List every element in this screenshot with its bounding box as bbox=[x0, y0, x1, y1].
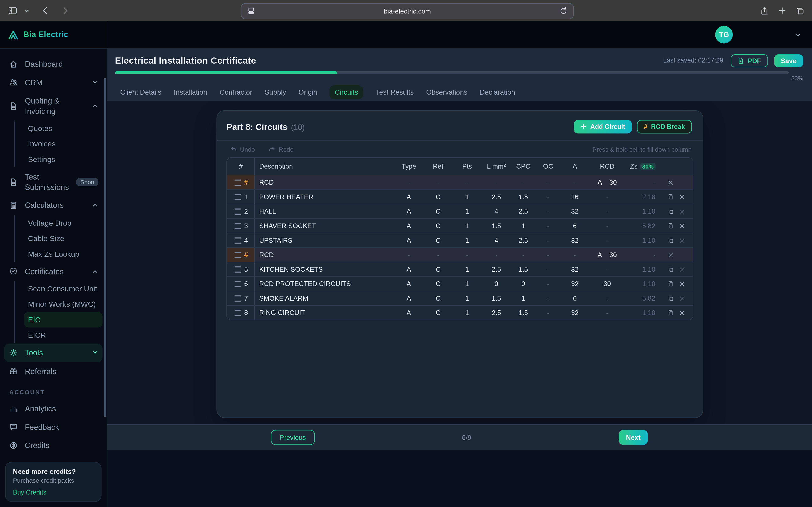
drag-handle-icon[interactable] bbox=[234, 251, 241, 258]
ref-cell[interactable]: C bbox=[424, 265, 452, 273]
delete-row-icon[interactable] bbox=[678, 266, 685, 272]
drag-handle-icon[interactable] bbox=[234, 223, 241, 229]
cpc-cell[interactable]: - bbox=[511, 179, 536, 185]
pts-cell[interactable]: 1 bbox=[452, 208, 482, 215]
forward-icon[interactable] bbox=[60, 6, 70, 16]
description-cell[interactable]: RCD PROTECTED CIRCUITS bbox=[255, 280, 394, 288]
save-button[interactable]: Save bbox=[774, 54, 803, 67]
share-icon[interactable] bbox=[760, 6, 769, 15]
sidebar-subitem-eicr[interactable]: EICR bbox=[24, 327, 103, 343]
tab-origin[interactable]: Origin bbox=[299, 85, 317, 99]
drag-handle-icon[interactable] bbox=[234, 237, 241, 243]
undo-button[interactable]: Undo bbox=[230, 146, 255, 153]
sidebar-subitem-max-zs-lookup[interactable]: Max Zs Lookup bbox=[24, 246, 103, 261]
duplicate-row-icon[interactable] bbox=[667, 237, 674, 244]
new-tab-icon[interactable] bbox=[778, 6, 786, 15]
tab-client-details[interactable]: Client Details bbox=[120, 85, 161, 99]
a-cell[interactable]: 16 bbox=[561, 193, 589, 201]
sidebar-item-credits[interactable]: Credits bbox=[4, 436, 103, 454]
drag-handle-icon[interactable] bbox=[234, 266, 241, 272]
tab-test-results[interactable]: Test Results bbox=[376, 85, 414, 99]
sidebar-item-certificates[interactable]: Certificates bbox=[4, 262, 103, 280]
pts-cell[interactable]: 1 bbox=[452, 280, 482, 288]
account-chevron-down-icon[interactable] bbox=[794, 31, 802, 39]
sidebar-subitem-voltage-drop[interactable]: Voltage Drop bbox=[24, 215, 103, 230]
cpc-cell[interactable]: 1.5 bbox=[511, 309, 536, 317]
zs-cell[interactable]: 1.10 bbox=[625, 280, 661, 288]
sidebar-item-test-submissions[interactable]: Test SubmissionsSoon bbox=[4, 168, 103, 196]
tab-circuits[interactable]: Circuits bbox=[329, 85, 363, 99]
pts-cell[interactable]: - bbox=[452, 179, 482, 185]
oc-cell[interactable]: - bbox=[536, 281, 561, 287]
pts-cell[interactable]: 1 bbox=[452, 309, 482, 317]
rcd-cell[interactable]: 30 bbox=[589, 280, 625, 288]
zs-cell[interactable]: 5.82 bbox=[625, 222, 661, 230]
description-cell[interactable]: KITCHEN SOCKETS bbox=[255, 265, 394, 273]
drag-handle-icon[interactable] bbox=[234, 295, 241, 301]
rcd-cell[interactable]: - bbox=[589, 223, 625, 229]
sidebar-item-dashboard[interactable]: Dashboard bbox=[4, 55, 103, 73]
rcd-cell[interactable]: - bbox=[589, 194, 625, 200]
sidebar-item-tools[interactable]: Tools bbox=[4, 343, 103, 362]
reader-view-icon[interactable] bbox=[247, 6, 256, 15]
tab-installation[interactable]: Installation bbox=[174, 85, 207, 99]
type-cell[interactable]: A bbox=[394, 193, 424, 201]
duplicate-row-icon[interactable] bbox=[667, 266, 674, 273]
a-cell[interactable]: 32 bbox=[561, 265, 589, 273]
description-cell[interactable]: HALL bbox=[255, 208, 394, 215]
description-cell[interactable]: POWER HEATER bbox=[255, 193, 394, 201]
rcd-cell[interactable]: - bbox=[589, 266, 625, 272]
pts-cell[interactable]: 1 bbox=[452, 265, 482, 273]
pts-cell[interactable]: 1 bbox=[452, 236, 482, 244]
type-cell[interactable]: A bbox=[394, 222, 424, 230]
cpc-cell[interactable]: 1 bbox=[511, 222, 536, 230]
cpc-cell[interactable]: 1.5 bbox=[511, 265, 536, 273]
type-cell[interactable]: A bbox=[394, 265, 424, 273]
ref-cell[interactable]: C bbox=[424, 236, 452, 244]
tab-overview-icon[interactable] bbox=[796, 6, 805, 15]
zs-cell[interactable]: 1.10 bbox=[625, 236, 661, 244]
description-cell[interactable]: RCD bbox=[255, 251, 394, 259]
ref-cell[interactable]: C bbox=[424, 193, 452, 201]
description-cell[interactable]: SMOKE ALARM bbox=[255, 294, 394, 302]
a-cell[interactable]: 32 bbox=[561, 309, 589, 317]
duplicate-row-icon[interactable] bbox=[667, 222, 674, 229]
delete-row-icon[interactable] bbox=[667, 251, 673, 258]
ref-cell[interactable]: - bbox=[424, 179, 452, 185]
duplicate-row-icon[interactable] bbox=[667, 193, 674, 200]
sidebar-item-feedback[interactable]: Feedback bbox=[4, 418, 103, 436]
sidebar-item-settings[interactable]: Settings bbox=[4, 454, 103, 460]
drag-handle-icon[interactable] bbox=[234, 281, 241, 287]
cpc-cell[interactable]: - bbox=[511, 251, 536, 258]
rcd-break-button[interactable]: # RCD Break bbox=[637, 120, 692, 133]
delete-row-icon[interactable] bbox=[678, 281, 685, 287]
refresh-icon[interactable] bbox=[559, 6, 568, 15]
l-cell[interactable]: 2.5 bbox=[482, 265, 511, 273]
description-cell[interactable]: SHAVER SOCKET bbox=[255, 222, 394, 230]
sidebar-item-analytics[interactable]: Analytics bbox=[4, 399, 103, 418]
zs-cell[interactable]: - bbox=[625, 251, 661, 258]
cpc-cell[interactable]: 0 bbox=[511, 280, 536, 288]
pdf-button[interactable]: PDF bbox=[730, 54, 768, 67]
rcd-cell[interactable]: - bbox=[589, 208, 625, 214]
a-cell[interactable]: 32 bbox=[561, 208, 589, 215]
brand[interactable]: Bia Electric bbox=[0, 21, 107, 49]
l-cell[interactable]: 2.5 bbox=[482, 309, 511, 317]
l-cell[interactable]: 4 bbox=[482, 236, 511, 244]
sidebar-subitem-minor-works-mwc[interactable]: Minor Works (MWC) bbox=[24, 296, 103, 312]
duplicate-row-icon[interactable] bbox=[667, 295, 674, 302]
tab-supply[interactable]: Supply bbox=[265, 85, 286, 99]
oc-cell[interactable]: - bbox=[536, 179, 561, 185]
l-cell[interactable]: - bbox=[482, 251, 511, 258]
type-cell[interactable]: A bbox=[394, 309, 424, 317]
sidebar-subitem-settings[interactable]: Settings bbox=[24, 152, 103, 167]
oc-cell[interactable]: - bbox=[536, 223, 561, 229]
l-cell[interactable]: 1.5 bbox=[482, 222, 511, 230]
oc-cell[interactable]: - bbox=[536, 208, 561, 214]
delete-row-icon[interactable] bbox=[678, 194, 685, 200]
description-cell[interactable]: RING CIRCUIT bbox=[255, 309, 394, 317]
oc-cell[interactable]: - bbox=[536, 237, 561, 243]
sidebar-subitem-cable-size[interactable]: Cable Size bbox=[24, 230, 103, 246]
pts-cell[interactable]: 1 bbox=[452, 294, 482, 302]
sidebar-subitem-quotes[interactable]: Quotes bbox=[24, 121, 103, 136]
